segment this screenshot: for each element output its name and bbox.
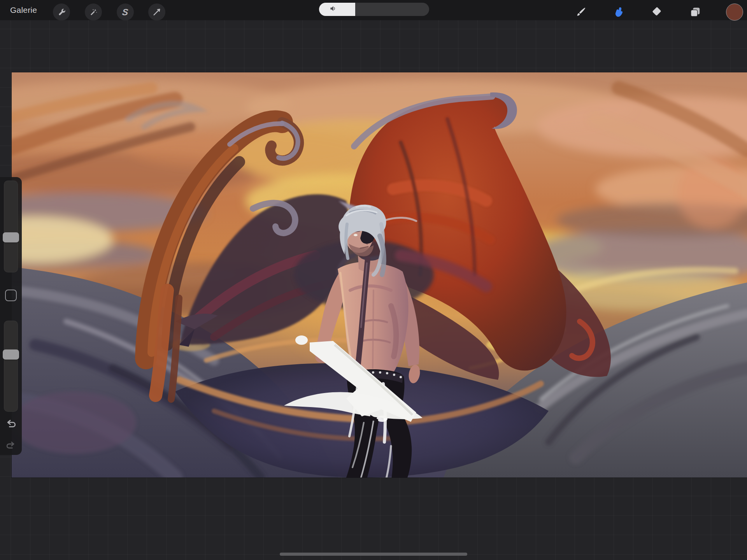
- slider-handle[interactable]: [3, 349, 19, 360]
- redo-button[interactable]: [5, 441, 17, 453]
- smudge-finger-icon: [613, 6, 624, 18]
- color-swatch: [726, 4, 743, 21]
- brush-button[interactable]: [572, 4, 589, 21]
- selection-button[interactable]: S: [117, 4, 134, 21]
- brush-sidebar: [0, 177, 22, 455]
- layers-icon: [689, 6, 701, 18]
- gallery-button[interactable]: Galerie: [10, 0, 37, 20]
- redo-arrow-icon: [5, 441, 16, 452]
- speaker-icon: [329, 5, 337, 14]
- top-toolbar: Galerie S: [0, 0, 747, 20]
- opacity-slider[interactable]: [4, 321, 18, 412]
- adjustments-button[interactable]: [85, 4, 102, 21]
- procreate-screen: Galerie S: [0, 0, 747, 560]
- magic-wand-icon: [89, 8, 98, 17]
- undo-button[interactable]: [5, 419, 17, 432]
- undo-arrow-icon: [5, 420, 17, 431]
- transform-arrow-icon: [153, 8, 161, 16]
- selection-s-icon: S: [122, 7, 129, 18]
- eraser-icon: [651, 6, 663, 18]
- paintbrush-icon: [575, 6, 587, 18]
- eraser-button[interactable]: [648, 4, 665, 21]
- color-button[interactable]: [726, 4, 743, 21]
- painting: [12, 72, 747, 477]
- modify-button[interactable]: [5, 290, 17, 301]
- wrench-icon: [57, 8, 66, 17]
- layers-button[interactable]: [687, 4, 704, 21]
- slider-handle[interactable]: [3, 232, 19, 242]
- actions-button[interactable]: [53, 4, 70, 21]
- smudge-button[interactable]: [610, 4, 627, 21]
- home-indicator[interactable]: [280, 553, 467, 556]
- brush-size-slider[interactable]: [4, 181, 18, 272]
- volume-fill: [319, 3, 355, 16]
- transform-button[interactable]: [148, 4, 165, 21]
- volume-hud: [319, 3, 429, 16]
- artwork-canvas[interactable]: [12, 72, 747, 477]
